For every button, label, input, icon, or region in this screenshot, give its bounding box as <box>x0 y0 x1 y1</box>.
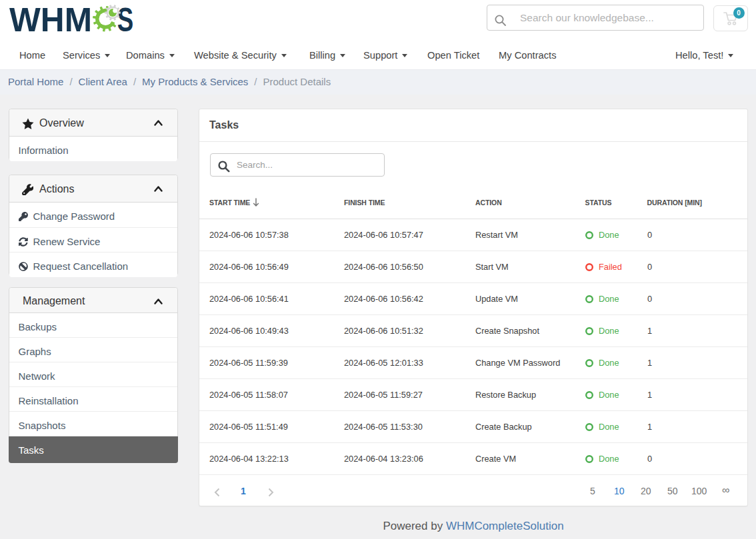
svg-text:WHM: WHM <box>9 2 92 37</box>
svg-text:S: S <box>117 2 134 37</box>
